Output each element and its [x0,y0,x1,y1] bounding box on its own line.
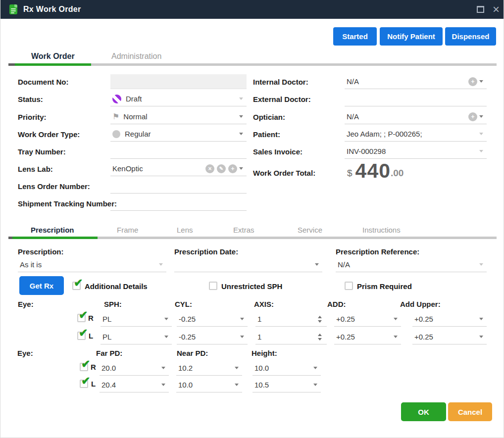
external-doctor-field[interactable] [345,92,487,106]
lens-lab-select[interactable]: KenOptic × ✎ + [110,161,247,176]
prescription-value: As it is [20,260,42,269]
pd-left-near-pd-select[interactable]: 10.0 [176,378,242,392]
tab-instructions[interactable]: Instructions [362,226,401,234]
prescription-select[interactable]: As it is [18,257,166,272]
pd-near-pd-header: Near PD: [177,347,208,359]
internal-doctor-value: N/A [347,77,359,86]
chevron-down-icon [240,318,244,320]
chevron-down-icon [239,115,243,118]
total-amount: 440 [355,161,391,181]
tray-number-label: Tray Number: [18,144,66,159]
document-no-field[interactable] [110,74,247,89]
optician-select[interactable]: N/A + [345,109,487,124]
pd-left-height-select[interactable]: 10.5 [252,378,321,392]
pd-right-far-pd-select[interactable]: 20.0 [100,361,169,376]
check-icon: ✔ [79,328,88,339]
check-icon: ✔ [81,359,90,370]
additional-details-checkbox[interactable]: ✔ [72,282,81,290]
check-icon: ✔ [81,376,90,387]
work-order-total-label: Work Order Total: [253,165,315,180]
rx-right-cyl-select[interactable]: -0.25 [177,312,248,327]
rx-right-eye-checkbox[interactable]: ✔ [77,314,86,322]
cancel-button[interactable]: Cancel [448,402,492,421]
lens-lab-label: Lens Lab: [18,161,53,176]
edit-icon[interactable]: ✎ [217,164,226,173]
unrestricted-sph-checkbox[interactable] [209,282,217,290]
notify-patient-button[interactable]: Notify Patient [380,27,443,46]
sub-tab-scroll-notch [8,237,12,239]
stepper-arrows-icon[interactable] [318,316,322,323]
add-icon[interactable]: + [228,164,237,173]
tab-administration[interactable]: Administration [111,52,161,61]
prism-required-checkbox[interactable] [345,282,353,290]
rx-right-sph-select[interactable]: PL [101,312,172,327]
rx-left-add-upper-select[interactable]: +0.25 [412,330,487,344]
rx-right-add-upper-value: +0.25 [414,315,433,323]
rx-right-sph-value: PL [102,315,111,323]
chevron-down-icon [479,263,483,266]
rx-right-add-value: +0.25 [336,315,355,323]
clear-icon[interactable]: × [205,164,214,173]
tab-lens[interactable]: Lens [177,226,193,234]
work-order-type-label: Work Order Type: [18,127,80,142]
maximize-button[interactable] [472,0,489,19]
rx-right-axis-stepper[interactable]: 1 [255,312,327,327]
priority-select[interactable]: ⚑ Normal [110,109,247,124]
titlebar: Rx Work Order [0,0,504,19]
internal-doctor-select[interactable]: N/A + [345,74,487,89]
close-button[interactable]: × [488,0,504,19]
rx-left-axis-stepper[interactable]: 1 [255,330,327,344]
work-order-type-select[interactable]: Regular [110,127,247,142]
add-icon[interactable]: + [468,77,477,86]
stepper-arrows-icon[interactable] [318,334,322,341]
pd-left-far-pd-select[interactable]: 20.4 [100,378,169,392]
chevron-down-icon [235,384,239,386]
dispensed-button[interactable]: Dispensed [445,27,496,46]
pd-left-eye-checkbox[interactable]: ✔ [80,380,88,388]
rx-left-cyl-select[interactable]: -0.25 [177,330,248,344]
rx-left-eye-checkbox[interactable]: ✔ [77,332,86,340]
check-icon: ✔ [79,310,88,321]
rx-left-add-select[interactable]: +0.25 [334,330,401,344]
prescription-date-label: Prescription Date: [174,245,238,257]
pd-right-height-select[interactable]: 10.0 [252,361,321,376]
lens-lab-value: KenOptic [112,164,143,173]
tray-number-field[interactable] [110,144,247,159]
shipment-tracking-field[interactable] [110,196,247,211]
pd-right-near-pd-value: 10.2 [178,364,193,372]
sales-invoice-label: Sales Invoice: [253,144,302,159]
pd-height-header: Height: [252,347,277,359]
status-label: Status: [18,92,43,106]
rx-left-cyl-value: -0.25 [179,333,196,341]
patient-select[interactable]: Jeo Adam; ; P-000265; [345,127,487,142]
add-icon[interactable]: + [468,112,477,121]
ok-button[interactable]: OK [401,402,446,421]
prescription-date-select[interactable] [174,257,322,272]
get-rx-button[interactable]: Get Rx [19,276,64,295]
pd-right-near-pd-select[interactable]: 10.2 [176,361,242,376]
chevron-down-icon [235,367,239,369]
chevron-down-icon [394,318,398,320]
rx-work-order-window: Rx Work Order × Started Notify Patient D… [0,0,504,438]
tab-extras[interactable]: Extras [233,226,254,234]
status-select[interactable]: Draft [110,92,247,106]
chevron-down-icon [479,133,483,135]
chevron-down-icon [239,167,243,170]
lens-order-number-label: Lens Order Number: [18,179,90,194]
rx-right-add-upper-select[interactable]: +0.25 [412,312,487,327]
lens-order-number-field[interactable] [110,179,247,194]
prescription-reference-select[interactable]: N/A [336,257,487,272]
pd-right-eye-checkbox[interactable]: ✔ [80,363,88,371]
tab-frame[interactable]: Frame [117,226,138,234]
started-button[interactable]: Started [333,27,377,46]
pd-right-eye-letter: R [91,363,96,371]
rx-left-sph-select[interactable]: PL [101,330,172,344]
tab-prescription[interactable]: Prescription [31,226,74,234]
rx-right-add-select[interactable]: +0.25 [334,312,401,327]
tab-work-order[interactable]: Work Order [31,52,75,61]
maximize-icon [477,6,484,13]
sales-invoice-select[interactable]: INV-000298 [345,144,487,159]
document-no-label: Document No: [18,74,69,89]
tab-service[interactable]: Service [298,226,322,234]
chevron-down-icon [479,318,483,320]
